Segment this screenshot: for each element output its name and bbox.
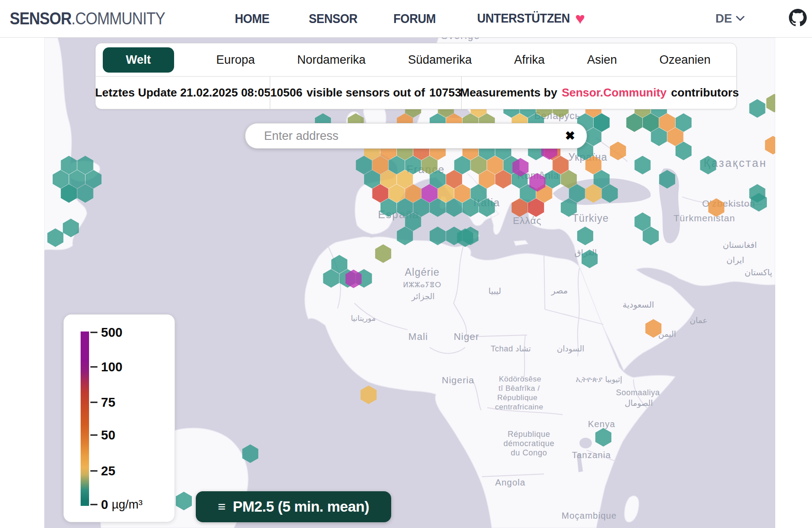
- nav-unterstuetzen[interactable]: UNTERSTÜTZEN♥: [477, 9, 584, 28]
- nav-unterstuetzen-label: UNTERSTÜTZEN: [477, 11, 570, 25]
- sensor-hexbin[interactable]: [645, 319, 661, 338]
- tick-value: 500: [101, 325, 122, 340]
- heart-icon: ♥: [575, 9, 585, 28]
- tick-value: 100: [101, 360, 122, 374]
- status-bar: Letztes Update 21.02.2025 08:05 10506 vi…: [96, 76, 736, 109]
- visible-sensor-count: 10506: [270, 86, 302, 100]
- address-search: ✖: [245, 123, 587, 149]
- chevron-down-icon: [736, 16, 745, 22]
- sensor-hexbin[interactable]: [659, 170, 675, 189]
- layer-label: PM2.5 (5 min. mean): [233, 498, 369, 515]
- address-search-input[interactable]: [245, 129, 553, 143]
- nav-home[interactable]: HOME: [235, 12, 269, 26]
- legend-tick: 500: [90, 325, 122, 340]
- sensor-hexbin[interactable]: [375, 244, 391, 263]
- sensor-hexbin[interactable]: [708, 198, 724, 217]
- sensor-hexbin[interactable]: [577, 227, 593, 245]
- legend-gradient-bar: [81, 331, 89, 506]
- tick-unit: µg/m³: [112, 498, 143, 512]
- tick-dash: [90, 470, 97, 472]
- tab-afrika[interactable]: Afrika: [514, 53, 545, 67]
- tab-suedamerika[interactable]: Südamerika: [408, 53, 472, 67]
- tick-dash: [90, 435, 97, 436]
- github-icon: [789, 8, 807, 27]
- sensor-hexbin[interactable]: [361, 385, 377, 404]
- tab-nordamerika[interactable]: Nordamerika: [297, 53, 366, 67]
- sensor-hexbin[interactable]: [582, 250, 598, 268]
- language-code: DE: [715, 12, 732, 26]
- legend-tick: 50: [90, 428, 115, 443]
- credit-text: Measurements by Sensor.Community contrib…: [461, 77, 737, 109]
- tick-value: 25: [101, 464, 115, 478]
- tab-europa[interactable]: Europa: [216, 53, 255, 67]
- tab-asien[interactable]: Asien: [587, 53, 617, 67]
- search-clear-icon[interactable]: ✖: [553, 130, 587, 142]
- brand-logo[interactable]: SENSOR.COMMUNITY: [10, 9, 165, 28]
- page: SverigeFranceБеларусьУкраїнаRomâniaItali…: [0, 0, 812, 528]
- sensor-count-text: 10506 visible sensors out of 10753: [270, 77, 461, 109]
- total-sensor-count: 10753: [429, 86, 461, 100]
- sensor-count-label: visible sensors out of: [307, 86, 425, 100]
- tick-dash: [90, 504, 97, 505]
- sensor-hexbin[interactable]: [610, 142, 626, 160]
- legend-tick: 75: [90, 395, 115, 410]
- brand-logo-light: .COMMUNITY: [71, 9, 165, 28]
- tick-dash: [90, 366, 97, 368]
- color-scale-legend: 5001007550250µg/m³: [63, 314, 175, 522]
- tick-value: 0: [101, 497, 108, 512]
- region-tab-bar: Welt Europa Nordamerika Südamerika Afrik…: [96, 43, 736, 76]
- credit-prefix: Measurements by: [460, 86, 557, 100]
- tick-value: 50: [101, 428, 115, 443]
- tick-dash: [90, 332, 97, 333]
- layer-select-button[interactable]: ≡ PM2.5 (5 min. mean): [196, 491, 391, 522]
- sensor-hexbin[interactable]: [242, 444, 258, 463]
- brand-logo-bold: SENSOR: [10, 9, 71, 28]
- legend-tick: 0µg/m³: [90, 497, 143, 512]
- legend-tick: 25: [90, 464, 115, 478]
- sensor-hexbin[interactable]: [634, 156, 650, 174]
- sensor-hexbin[interactable]: [430, 227, 446, 245]
- sensor-community-link[interactable]: Sensor.Community: [562, 86, 667, 100]
- tab-welt[interactable]: Welt: [103, 47, 174, 73]
- github-link[interactable]: [789, 8, 807, 29]
- nav-sensor[interactable]: SENSOR: [309, 12, 357, 26]
- tab-ozeanien[interactable]: Ozeanien: [659, 53, 711, 67]
- sensor-hexbin[interactable]: [749, 99, 765, 118]
- sensor-hexbin[interactable]: [47, 228, 63, 247]
- sensor-hexbin[interactable]: [176, 492, 192, 510]
- language-selector[interactable]: DE: [715, 12, 745, 26]
- map-control-panel: Welt Europa Nordamerika Südamerika Afrik…: [95, 43, 737, 109]
- sensor-hexbin[interactable]: [700, 156, 716, 174]
- sensor-hexbin[interactable]: [765, 136, 775, 154]
- tick-dash: [90, 402, 97, 403]
- last-update-text: Letztes Update 21.02.2025 08:05: [96, 77, 270, 109]
- sensor-hexbin[interactable]: [63, 219, 79, 237]
- credit-suffix: contributors: [671, 86, 739, 100]
- tick-value: 75: [101, 395, 115, 410]
- top-navbar: SENSOR.COMMUNITY HOME SENSOR FORUM UNTER…: [0, 0, 812, 38]
- sensor-hexbin[interactable]: [766, 94, 775, 112]
- sensor-hexbin[interactable]: [595, 428, 611, 447]
- legend-tick: 100: [90, 360, 122, 374]
- menu-icon: ≡: [218, 499, 226, 514]
- nav-forum[interactable]: FORUM: [393, 12, 436, 26]
